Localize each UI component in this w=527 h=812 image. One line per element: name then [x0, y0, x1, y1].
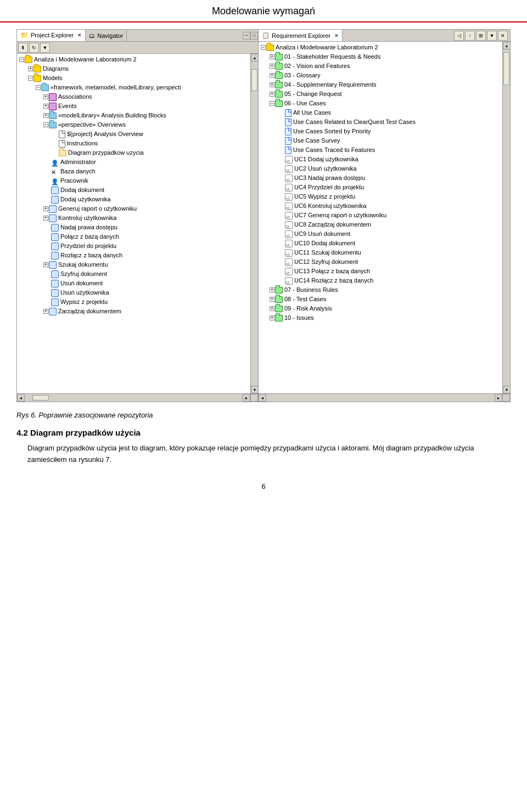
diagrams-item[interactable]: + Diagrams — [18, 64, 249, 74]
uc14[interactable]: UC14 Rozłącz z bazą danych — [260, 276, 501, 285]
req-scrollbar-h[interactable]: ◄ ► — [259, 394, 502, 402]
req-root[interactable]: − Analiza i Modelowanie Laboratorium 2 — [260, 43, 501, 52]
scroll-down-btn[interactable]: ▼ — [251, 386, 258, 393]
right-scroll-up[interactable]: ▲ — [503, 42, 510, 49]
remove-proj-item[interactable]: Wypisz z projektu — [18, 297, 249, 307]
req-btn1[interactable]: ◁ — [454, 31, 464, 41]
del-user-item[interactable]: Usuń użytkownika — [18, 288, 249, 297]
manage-doc-expand[interactable]: + — [43, 309, 48, 314]
h-scroll-thumb[interactable] — [32, 395, 49, 401]
collapse-all-btn[interactable]: ⬆ — [18, 43, 28, 53]
req-01[interactable]: + 01 - Stakeholder Requests & Needs — [260, 52, 501, 61]
uc1[interactable]: UC1 Dodaj użytkownika — [260, 155, 501, 164]
scroll-thumb[interactable] — [251, 69, 257, 91]
sync-btn[interactable]: ↻ — [29, 43, 39, 53]
report-expand[interactable]: + — [43, 206, 48, 211]
right-scroll-down[interactable]: ▼ — [503, 386, 510, 393]
report-item[interactable]: + Generuj raport o użytkowniku — [18, 204, 249, 213]
tab-close-icon[interactable]: ✕ — [77, 32, 82, 38]
uc3[interactable]: UC3 Nadaj prawa dostępu — [260, 173, 501, 183]
uc11[interactable]: UC11 Szukaj dokumentu — [260, 248, 501, 257]
uc5[interactable]: UC5 Wypisz z projektu — [260, 192, 501, 201]
req-06-expand[interactable]: − — [270, 101, 274, 106]
req-09-expand[interactable]: + — [270, 306, 274, 311]
project-explorer-tab[interactable]: 📁 Project Explorer ✕ — [17, 30, 86, 41]
add-doc-item[interactable]: Dodaj dokument — [18, 185, 249, 195]
rights-item[interactable]: Nadaj prawa dostępu — [18, 223, 249, 232]
req-08[interactable]: + 08 - Test Cases — [260, 295, 501, 304]
req-10[interactable]: + 10 - Issues — [260, 313, 501, 323]
uc6[interactable]: UC6 Kontroluj użytkownika — [260, 201, 501, 211]
req-09[interactable]: + 09 - Risk Analysis — [260, 304, 501, 313]
navigator-tab[interactable]: 🗂 Navigator — [86, 30, 127, 41]
uc-clearquest[interactable]: Use Cases Related to ClearQuest Test Cas… — [260, 117, 501, 127]
associations-expand[interactable]: + — [43, 94, 48, 99]
modellib-expand[interactable]: + — [43, 113, 48, 118]
req-02[interactable]: + 02 - Vision and Features — [260, 61, 501, 71]
proj-overview-item[interactable]: ${project} Analysis Overview — [18, 129, 249, 139]
scroll-left-btn[interactable]: ◄ — [17, 394, 25, 402]
uc8[interactable]: UC8 Zarządzaj dokumentem — [260, 220, 501, 229]
add-user-item[interactable]: Dodaj użytkownika — [18, 195, 249, 204]
req-explorer-tab[interactable]: 📋 Requirement Explorer ✕ — [259, 30, 343, 41]
framework-expand[interactable]: − — [36, 85, 41, 90]
manage-doc-item[interactable]: + Zarządzaj dokumentem — [18, 307, 249, 316]
filter-btn[interactable]: ▼ — [40, 43, 50, 53]
req-07-expand[interactable]: + — [270, 287, 274, 292]
connect-db-item[interactable]: Połącz z bazą danych — [18, 232, 249, 241]
req-scroll-left[interactable]: ◄ — [259, 394, 266, 402]
req-05[interactable]: + 05 - Change Request — [260, 89, 501, 99]
framework-item[interactable]: − «framework, metamodel, modelLibrary, p… — [18, 83, 249, 92]
req-10-expand[interactable]: + — [270, 315, 274, 320]
uc-priority[interactable]: Use Cases Sorted by Priority — [260, 127, 501, 136]
left-panel-maximize[interactable]: □ — [250, 32, 258, 40]
req-04-expand[interactable]: + — [270, 82, 274, 87]
root-expand[interactable]: − — [19, 57, 24, 62]
db-item[interactable]: ✕ Baza danych — [18, 167, 249, 176]
right-scrollbar-v[interactable]: ▲ ▼ — [502, 42, 510, 393]
req-03[interactable]: + 03 - Glossary — [260, 71, 501, 80]
req-tab-close[interactable]: ✕ — [334, 33, 339, 38]
req-btn2[interactable]: ↑ — [465, 31, 475, 41]
all-uc[interactable]: All Use Cases — [260, 108, 501, 117]
associations-item[interactable]: + Associations — [18, 92, 249, 101]
search-doc-expand[interactable]: + — [43, 262, 48, 267]
uc7[interactable]: UC7 Generuj raport o użytkowniku — [260, 211, 501, 220]
uc-survey[interactable]: Use Case Survey — [260, 136, 501, 145]
perspective-expand[interactable]: − — [43, 122, 48, 127]
uc4[interactable]: UC4 Przydziel do projektu — [260, 183, 501, 192]
left-scrollbar-h[interactable]: ◄ ► — [17, 394, 250, 402]
right-scroll-thumb[interactable] — [503, 52, 509, 85]
models-expand[interactable]: − — [28, 76, 33, 81]
uc2[interactable]: UC2 Usuń użytkownika — [260, 164, 501, 173]
scroll-right-btn[interactable]: ► — [243, 394, 250, 402]
admin-item[interactable]: 👤 Administrator — [18, 157, 249, 167]
scroll-up-btn[interactable]: ▲ — [251, 54, 258, 61]
req-root-expand[interactable]: − — [261, 45, 266, 50]
uc9[interactable]: UC9 Usuń dokument — [260, 229, 501, 239]
uc13[interactable]: UC13 Połącz z bazą danych — [260, 267, 501, 276]
tree-root[interactable]: − Analiza i Modelowanie Laboratorium 2 — [18, 55, 249, 64]
events-item[interactable]: + Events — [18, 101, 249, 111]
encrypt-doc-item[interactable]: Szyfruj dokument — [18, 269, 249, 279]
uc-traced[interactable]: Use Cases Traced to Features — [260, 145, 501, 155]
disconnect-db-item[interactable]: Rozłącz z bazą danych — [18, 251, 249, 260]
left-panel-minimize[interactable]: ─ — [243, 32, 250, 40]
perspective-item[interactable]: − «perspective» Overviews — [18, 120, 249, 129]
left-scrollbar-v[interactable]: ▲ ▼ — [250, 54, 258, 393]
req-scroll-right[interactable]: ► — [495, 394, 502, 402]
req-03-expand[interactable]: + — [270, 73, 274, 78]
diagram-uc-item[interactable]: Diagram przypadkow uzycia — [18, 148, 249, 157]
req-btn4[interactable]: ▼ — [487, 31, 497, 41]
modellib-item[interactable]: + «modelLibrary» Analysis Building Block… — [18, 111, 249, 120]
control-user-item[interactable]: + Kontroluj użytkownika — [18, 213, 249, 223]
del-doc-item[interactable]: Usuń dokument — [18, 279, 249, 288]
search-doc-item[interactable]: + Szukaj dokumentu — [18, 260, 249, 269]
control-user-expand[interactable]: + — [43, 216, 48, 221]
req-07[interactable]: + 07 - Business Rules — [260, 285, 501, 295]
req-01-expand[interactable]: + — [270, 54, 274, 59]
diagrams-expand[interactable]: + — [28, 66, 33, 71]
models-item[interactable]: − Models — [18, 74, 249, 83]
assign-proj-item[interactable]: Przydziel do projektu — [18, 241, 249, 251]
req-04[interactable]: + 04 - Supplementary Requirements — [260, 80, 501, 89]
